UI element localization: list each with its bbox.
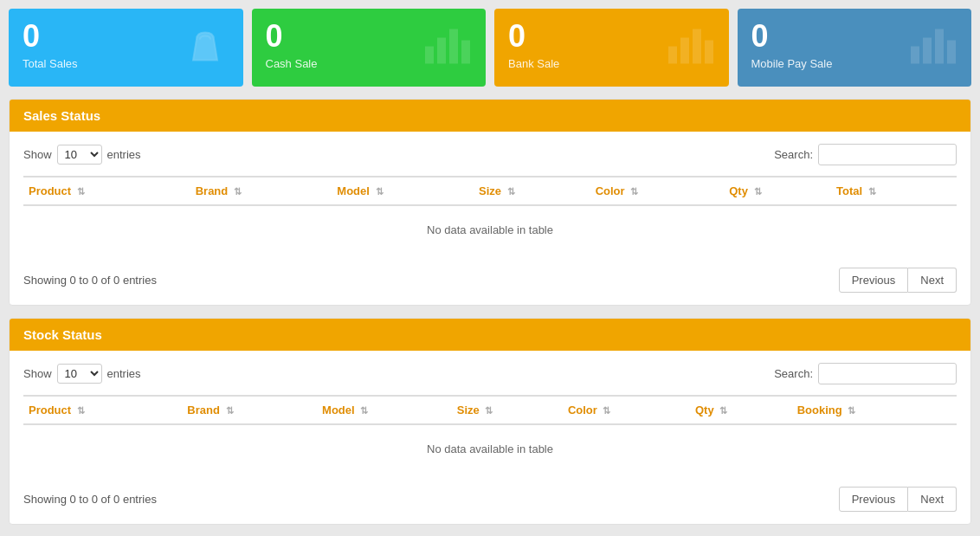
stock-table-body: No data available in table <box>23 424 957 473</box>
sales-show-label: Show 10 25 50 100 entries <box>23 145 141 165</box>
svg-rect-3 <box>461 41 470 64</box>
sales-col-model[interactable]: Model ⇅ <box>332 177 474 205</box>
stock-previous-button[interactable]: Previous <box>839 487 909 512</box>
stock-search-label: Search: <box>774 367 813 380</box>
sort-icon: ⇅ <box>77 186 85 197</box>
stock-show-text: Show <box>23 367 52 380</box>
sort-icon: ⇅ <box>376 186 384 197</box>
sort-icon: ⇅ <box>603 405 610 417</box>
stock-col-brand[interactable]: Brand ⇅ <box>182 396 317 424</box>
sales-col-brand[interactable]: Brand ⇅ <box>190 177 332 205</box>
sort-icon: ⇅ <box>485 405 493 417</box>
stock-col-size[interactable]: Size ⇅ <box>452 396 563 424</box>
svg-rect-7 <box>705 41 713 64</box>
stock-entries-text: entries <box>107 367 141 380</box>
sales-showing-text: Showing 0 to 0 of 0 entries <box>23 274 157 287</box>
card-total-sales: 0 Total Sales <box>9 9 243 87</box>
stock-table-header-row: Product ⇅Brand ⇅Model ⇅Size ⇅Color ⇅Qty … <box>23 396 957 424</box>
sales-next-button[interactable]: Next <box>908 268 957 293</box>
stock-status-panel: Stock Status Show 10 25 50 100 entries S… <box>9 318 971 525</box>
sort-icon: ⇅ <box>848 405 855 417</box>
sales-search-row: Search: <box>774 144 957 165</box>
sort-icon: ⇅ <box>719 405 727 417</box>
sort-icon: ⇅ <box>234 186 242 197</box>
stock-controls-row: Show 10 25 50 100 entries Search: <box>23 363 957 384</box>
cards-row: 0 Total Sales 0 Cash Sale <box>9 9 971 87</box>
stock-next-button[interactable]: Next <box>908 487 957 512</box>
sort-icon: ⇅ <box>360 405 368 417</box>
card-bank-sale: 0 Bank Sale <box>494 9 729 87</box>
stock-status-body: Show 10 25 50 100 entries Search: Produc… <box>10 351 970 524</box>
stock-table-footer: Showing 0 to 0 of 0 entries Previous Nex… <box>23 483 957 512</box>
sort-icon: ⇅ <box>507 186 515 197</box>
svg-rect-2 <box>449 29 458 64</box>
svg-rect-1 <box>437 38 446 64</box>
sales-show-select[interactable]: 10 25 50 100 <box>57 145 102 165</box>
sales-pagination: Previous Next <box>839 268 957 293</box>
sales-controls-row: Show 10 25 50 100 entries Search: <box>23 144 957 165</box>
sales-entries-text: entries <box>107 148 141 161</box>
sales-col-size[interactable]: Size ⇅ <box>474 177 590 205</box>
stock-status-title: Stock Status <box>23 327 102 342</box>
svg-rect-11 <box>947 41 956 64</box>
stock-col-booking[interactable]: Booking ⇅ <box>792 396 957 424</box>
svg-rect-5 <box>680 38 689 64</box>
sales-table: Product ⇅Brand ⇅Model ⇅Size ⇅Color ⇅Qty … <box>23 176 957 254</box>
svg-rect-4 <box>668 47 677 64</box>
sales-table-footer: Showing 0 to 0 of 0 entries Previous Nex… <box>23 264 957 293</box>
sales-search-label: Search: <box>774 148 813 161</box>
stock-col-color[interactable]: Color ⇅ <box>563 396 690 424</box>
sales-status-title: Sales Status <box>23 108 100 123</box>
stock-search-row: Search: <box>774 363 957 384</box>
sales-status-body: Show 10 25 50 100 entries Search: Produc… <box>10 132 970 305</box>
stock-show-select[interactable]: 10 25 50 100 <box>57 364 102 384</box>
svg-rect-8 <box>911 47 919 64</box>
stock-table: Product ⇅Brand ⇅Model ⇅Size ⇅Color ⇅Qty … <box>23 395 957 473</box>
sales-col-product[interactable]: Product ⇅ <box>23 177 190 205</box>
svg-rect-10 <box>935 29 944 64</box>
bag-icon <box>179 21 231 75</box>
bar-chart-icon <box>907 25 959 71</box>
stock-no-data-cell: No data available in table <box>23 424 957 473</box>
sales-table-head: Product ⇅Brand ⇅Model ⇅Size ⇅Color ⇅Qty … <box>23 177 957 205</box>
sort-icon: ⇅ <box>77 405 85 417</box>
sales-show-text: Show <box>23 148 52 161</box>
svg-rect-6 <box>693 29 701 64</box>
svg-rect-9 <box>923 38 932 64</box>
sales-status-panel: Sales Status Show 10 25 50 100 entries S… <box>9 99 971 306</box>
sort-icon: ⇅ <box>754 186 762 197</box>
bar-chart-icon <box>422 25 474 71</box>
card-cash-sale: 0 Cash Sale <box>252 9 487 87</box>
stock-col-qty[interactable]: Qty ⇅ <box>690 396 792 424</box>
stock-col-product[interactable]: Product ⇅ <box>23 396 182 424</box>
sort-icon: ⇅ <box>868 186 876 197</box>
sales-status-header: Sales Status <box>10 100 970 132</box>
sort-icon: ⇅ <box>630 186 638 197</box>
stock-pagination: Previous Next <box>839 487 957 512</box>
stock-showing-text: Showing 0 to 0 of 0 entries <box>23 493 157 506</box>
sales-no-data-row: No data available in table <box>23 205 957 254</box>
stock-no-data-row: No data available in table <box>23 424 957 473</box>
sales-previous-button[interactable]: Previous <box>839 268 909 293</box>
sales-col-total[interactable]: Total ⇅ <box>831 177 957 205</box>
sales-table-header-row: Product ⇅Brand ⇅Model ⇅Size ⇅Color ⇅Qty … <box>23 177 957 205</box>
sales-no-data-cell: No data available in table <box>23 205 957 254</box>
stock-col-model[interactable]: Model ⇅ <box>317 396 452 424</box>
stock-search-input[interactable] <box>818 363 957 384</box>
sales-table-body: No data available in table <box>23 205 957 254</box>
stock-table-head: Product ⇅Brand ⇅Model ⇅Size ⇅Color ⇅Qty … <box>23 396 957 424</box>
sort-icon: ⇅ <box>226 405 234 417</box>
sales-col-qty[interactable]: Qty ⇅ <box>724 177 831 205</box>
svg-rect-0 <box>425 47 434 64</box>
stock-status-header: Stock Status <box>10 319 970 351</box>
card-mobile-pay-sale: 0 Mobile Pay Sale <box>738 9 972 87</box>
sales-search-input[interactable] <box>818 144 957 165</box>
bar-chart-icon <box>665 25 717 71</box>
stock-show-label: Show 10 25 50 100 entries <box>23 364 141 384</box>
sales-col-color[interactable]: Color ⇅ <box>590 177 725 205</box>
